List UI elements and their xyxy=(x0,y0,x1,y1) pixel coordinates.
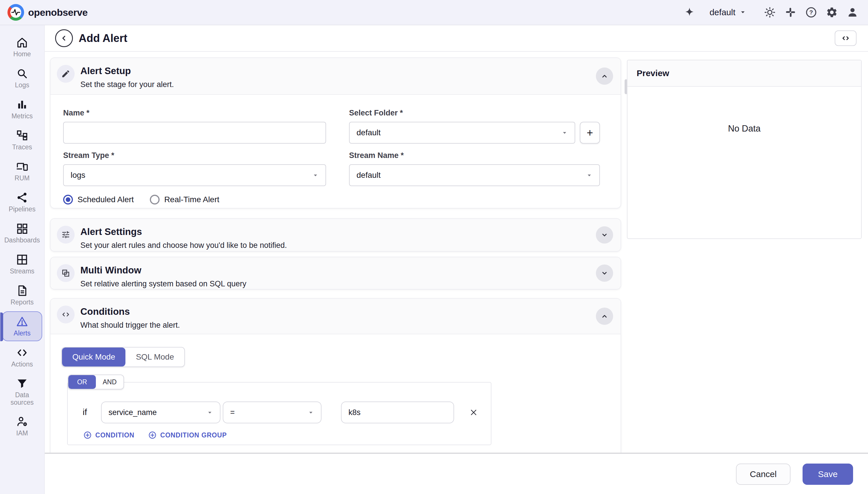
chevron-up-icon xyxy=(600,311,609,321)
sidebar-item-label: Data sources xyxy=(4,392,40,406)
main-area: Add Alert Alert Setup Set the stage for … xyxy=(45,25,868,494)
sidebar-item-label: Dashboards xyxy=(4,237,40,244)
help-icon[interactable]: ? xyxy=(805,6,817,19)
alert-settings-header[interactable]: Alert Settings Set your alert rules and … xyxy=(51,219,620,251)
realtime-alert-radio[interactable]: Real-Time Alert xyxy=(150,195,219,205)
sidebar-item-metrics[interactable]: Metrics xyxy=(2,94,42,124)
light-mode-icon[interactable] xyxy=(764,6,776,19)
name-input[interactable] xyxy=(63,122,326,144)
condition-group: if service_name = xyxy=(67,382,491,445)
pipelines-icon xyxy=(16,191,28,204)
add-condition-label: CONDITION xyxy=(95,431,134,439)
scheduled-alert-radio[interactable]: Scheduled Alert xyxy=(63,195,134,205)
save-button[interactable]: Save xyxy=(803,463,853,485)
quick-mode-tab[interactable]: Quick Mode xyxy=(62,347,125,366)
sidebar-item-pipelines[interactable]: Pipelines xyxy=(2,187,42,217)
collapse-button[interactable] xyxy=(596,68,613,85)
code-braces-icon xyxy=(57,306,75,323)
remove-condition-button[interactable] xyxy=(468,407,479,418)
or-toggle[interactable]: OR xyxy=(68,375,96,389)
conditions-header[interactable]: Conditions What should trigger the alert… xyxy=(51,299,620,334)
plus-circle-icon xyxy=(148,431,157,439)
sidebar-item-alerts[interactable]: Alerts xyxy=(2,311,42,341)
code-view-button[interactable] xyxy=(835,31,856,46)
code-view-icon xyxy=(841,34,850,42)
condition-actions: CONDITION CONDITION GROUP xyxy=(83,431,227,439)
footer-bar: Cancel Save xyxy=(45,453,868,494)
org-selector-value: default xyxy=(710,7,735,17)
expand-button[interactable] xyxy=(596,265,613,282)
profile-icon[interactable] xyxy=(846,6,859,19)
stream-type-value: logs xyxy=(71,171,85,180)
alert-setup-header[interactable]: Alert Setup Set the stage for your alert… xyxy=(51,58,620,95)
add-condition-button[interactable]: CONDITION xyxy=(83,431,134,439)
sidebar-item-streams[interactable]: Streams xyxy=(2,249,42,279)
sidebar-item-traces[interactable]: Traces xyxy=(2,125,42,155)
section-subtitle: Set the stage for your alert. xyxy=(80,80,174,89)
stream-name-value: default xyxy=(356,171,381,180)
traces-icon xyxy=(16,129,28,142)
topbar-actions: default ? xyxy=(675,6,859,19)
sql-mode-tab[interactable]: SQL Mode xyxy=(125,347,184,366)
stream-name-select[interactable]: default xyxy=(349,164,600,186)
sidebar-item-actions[interactable]: Actions xyxy=(2,342,42,372)
sparkle-icon[interactable] xyxy=(683,6,696,19)
sidebar-item-label: Alerts xyxy=(14,330,31,337)
sidebar-item-rum[interactable]: RUM xyxy=(2,156,42,186)
preview-header: Preview xyxy=(628,60,861,87)
cancel-button[interactable]: Cancel xyxy=(736,463,790,485)
openobserve-logo-icon xyxy=(7,4,24,21)
back-button[interactable] xyxy=(55,29,73,47)
sidebar: Home Logs Metrics Traces RUM Pipelines D… xyxy=(0,25,45,494)
sidebar-item-label: Traces xyxy=(12,144,32,151)
chevron-down-icon xyxy=(600,230,609,240)
section-title: Alert Setup xyxy=(80,65,174,77)
caret-down-icon xyxy=(308,409,314,416)
sidebar-item-data-sources[interactable]: Data sources xyxy=(2,373,42,410)
slack-icon[interactable] xyxy=(784,6,797,19)
sidebar-item-label: Logs xyxy=(15,81,29,89)
sidebar-item-dashboards[interactable]: Dashboards xyxy=(2,218,42,248)
folder-label: Select Folder * xyxy=(349,109,403,117)
svg-text:?: ? xyxy=(809,9,813,16)
page-header: Add Alert xyxy=(45,25,868,52)
sidebar-item-iam[interactable]: IAM xyxy=(2,411,42,441)
caret-down-icon xyxy=(207,409,213,416)
condition-operator-select[interactable]: = xyxy=(223,401,321,423)
condition-field-select[interactable]: service_name xyxy=(101,401,220,423)
sidebar-item-reports[interactable]: Reports xyxy=(2,280,42,310)
alert-type-radio-group: Scheduled Alert Real-Time Alert xyxy=(63,195,219,205)
add-condition-group-label: CONDITION GROUP xyxy=(160,431,227,439)
plus-circle-icon xyxy=(83,431,92,439)
sidebar-item-logs[interactable]: Logs xyxy=(2,63,42,93)
radio-label: Real-Time Alert xyxy=(164,195,219,204)
org-selector[interactable]: default xyxy=(710,7,746,18)
multi-window-header[interactable]: Multi Window Set relative alerting syste… xyxy=(51,257,620,289)
reports-icon xyxy=(16,284,28,297)
condition-operator-value: = xyxy=(230,408,235,417)
add-folder-button[interactable]: + xyxy=(580,122,600,144)
condition-value-input[interactable] xyxy=(341,401,454,423)
caret-down-icon xyxy=(561,130,568,136)
section-title: Multi Window xyxy=(80,264,246,276)
expand-button[interactable] xyxy=(596,226,613,244)
radio-label: Scheduled Alert xyxy=(78,195,134,204)
sidebar-item-home[interactable]: Home xyxy=(2,32,42,62)
sidebar-item-label: IAM xyxy=(16,430,28,437)
add-condition-group-button[interactable]: CONDITION GROUP xyxy=(148,431,227,439)
and-toggle[interactable]: AND xyxy=(96,375,123,389)
folder-select[interactable]: default xyxy=(349,122,575,144)
sidebar-item-label: Pipelines xyxy=(8,206,35,213)
collapse-button[interactable] xyxy=(596,308,613,325)
app-window: openobserve default ? xyxy=(0,0,868,494)
if-label: if xyxy=(83,407,87,417)
multi-window-icon xyxy=(57,264,75,282)
mode-toggle: Quick Mode SQL Mode xyxy=(61,347,185,367)
multi-window-card: Multi Window Set relative alerting syste… xyxy=(50,257,621,289)
stream-type-select[interactable]: logs xyxy=(63,164,326,186)
code-icon xyxy=(16,346,28,359)
condition-field-value: service_name xyxy=(108,408,157,417)
radio-icon xyxy=(150,195,160,205)
gear-icon[interactable] xyxy=(826,6,838,19)
section-title: Alert Settings xyxy=(80,226,287,238)
